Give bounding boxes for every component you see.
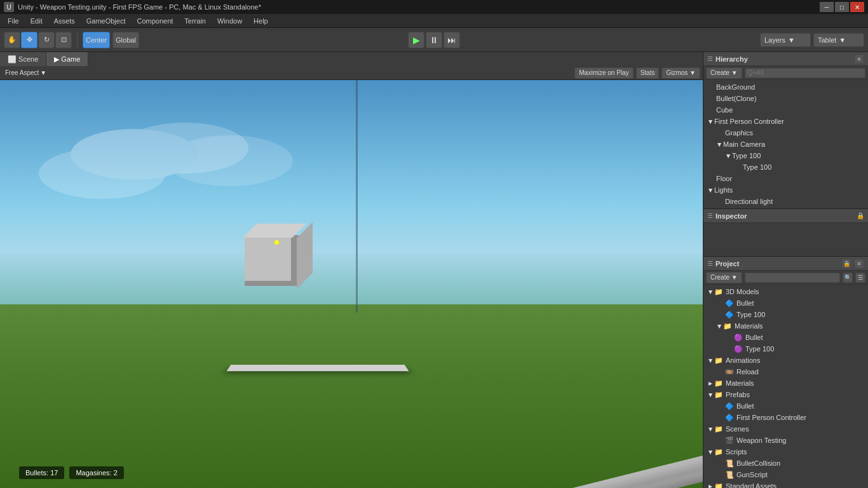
- hierarchy-item[interactable]: ▶Main Camera: [703, 139, 868, 150]
- rotate-tool[interactable]: ↻: [38, 32, 55, 48]
- menu-item-terrain[interactable]: Terrain: [179, 16, 211, 26]
- hierarchy-item[interactable]: ▶Lights: [703, 184, 868, 196]
- cube-object: [245, 235, 299, 286]
- project-item[interactable]: 📜BulletCollision: [703, 458, 868, 469]
- hierarchy-item[interactable]: Directional light: [703, 196, 868, 207]
- project-item[interactable]: ▶📁Scenes: [703, 423, 868, 435]
- menu-item-window[interactable]: Window: [212, 16, 247, 26]
- scene-icon: 🎬: [725, 437, 734, 445]
- project-item[interactable]: ▶📁Materials: [703, 320, 868, 332]
- folder-icon: 📁: [714, 425, 723, 433]
- free-aspect-dropdown-icon[interactable]: ▼: [40, 69, 46, 76]
- project-item[interactable]: 🔷Bullet: [703, 297, 868, 309]
- project-item[interactable]: 🎬Weapon Testing: [703, 435, 868, 446]
- project-create-label: Create ▼: [710, 274, 738, 281]
- step-button[interactable]: ⏭: [444, 32, 460, 48]
- hierarchy-item[interactable]: Bullet(Clone): [703, 93, 868, 104]
- project-item-name: BulletCollision: [736, 459, 780, 467]
- hierarchy-search-input[interactable]: [745, 68, 865, 78]
- folder-icon: 📁: [714, 379, 723, 388]
- center-button[interactable]: Center: [83, 32, 110, 48]
- minimize-button[interactable]: ─: [820, 2, 834, 12]
- project-item[interactable]: 🔷First Person Controller: [703, 412, 868, 423]
- project-title: Project: [715, 260, 839, 268]
- menu-item-file[interactable]: File: [3, 16, 24, 26]
- menu-bar: FileEditAssetsGameObjectComponentTerrain…: [0, 14, 868, 28]
- hierarchy-item[interactable]: ▶Type 100: [703, 150, 868, 161]
- hierarchy-item-name: Type 100: [732, 152, 761, 159]
- mat-icon: 🟣: [734, 345, 743, 353]
- project-header: ☰ Project 🔒 ≡: [703, 257, 868, 271]
- project-create-button[interactable]: Create ▼: [706, 272, 742, 283]
- project-item-name: Scenes: [726, 425, 749, 433]
- game-tab[interactable]: ▶ Game: [46, 52, 88, 66]
- project-item[interactable]: ▶📁Animations: [703, 355, 868, 366]
- project-search-button[interactable]: 🔍: [843, 273, 853, 283]
- project-item-name: Prefabs: [726, 391, 750, 398]
- project-item[interactable]: 🔷Bullet: [703, 400, 868, 412]
- project-item[interactable]: 🎞️Reload: [703, 366, 868, 377]
- hierarchy-item[interactable]: Floor: [703, 173, 868, 184]
- scene-tab[interactable]: ⬜ Scene: [0, 52, 46, 66]
- hierarchy-header: ☰ Hierarchy ≡: [703, 52, 868, 66]
- menu-item-edit[interactable]: Edit: [25, 16, 48, 26]
- project-item[interactable]: 🟣Type 100: [703, 343, 868, 355]
- layout-dropdown[interactable]: Tablet ▼: [813, 33, 864, 47]
- menu-item-help[interactable]: Help: [248, 16, 273, 26]
- scale-tool[interactable]: ⊡: [55, 32, 72, 48]
- close-button[interactable]: ✕: [850, 2, 864, 12]
- project-item[interactable]: 🔷Type 100: [703, 309, 868, 320]
- mesh-icon: 🔷: [725, 299, 734, 308]
- hierarchy-item-name: Bullet(Clone): [716, 95, 757, 102]
- pause-button[interactable]: ⏸: [426, 32, 442, 48]
- project-item[interactable]: ▶📁Scripts: [703, 446, 868, 458]
- mesh-icon: 🔷: [725, 414, 734, 422]
- hierarchy-options-button[interactable]: ≡: [854, 54, 864, 64]
- project-toolbar: Create ▼ 🔍 ☰: [703, 271, 868, 285]
- hierarchy-create-label: Create ▼: [710, 69, 738, 76]
- project-item[interactable]: ▶📁Materials: [703, 377, 868, 389]
- project-item[interactable]: ▶📁Prefabs: [703, 389, 868, 400]
- project-filter-button[interactable]: ☰: [855, 273, 865, 283]
- js-icon: 📜: [725, 459, 734, 468]
- project-options-button[interactable]: ≡: [854, 259, 864, 269]
- menu-item-assets[interactable]: Assets: [49, 16, 80, 26]
- scene-tabs: ⬜ Scene ▶ Game: [0, 52, 703, 66]
- stats-button[interactable]: Stats: [636, 67, 660, 79]
- hierarchy-item[interactable]: Cube: [703, 104, 868, 116]
- hierarchy-icon: ☰: [707, 55, 713, 62]
- project-item[interactable]: 📜GunScript: [703, 469, 868, 480]
- expand-arrow-icon: ▶: [708, 427, 714, 431]
- maximize-button[interactable]: □: [835, 2, 849, 12]
- folder-icon: 📁: [714, 448, 723, 456]
- gizmos-button[interactable]: Gizmos ▼: [661, 67, 700, 79]
- inspector-title: Inspector: [715, 212, 854, 220]
- platform-object: [226, 365, 409, 371]
- menu-item-component[interactable]: Component: [132, 16, 178, 26]
- project-item[interactable]: ▶📁Standard Assets: [703, 480, 868, 488]
- hierarchy-item[interactable]: Graphics: [703, 127, 868, 139]
- layers-dropdown[interactable]: Layers ▼: [760, 33, 811, 47]
- hierarchy-item[interactable]: Type 100: [703, 161, 868, 173]
- project-item[interactable]: ▶📁3D Models: [703, 286, 868, 297]
- move-tool[interactable]: ✥: [21, 32, 37, 48]
- hand-tool[interactable]: ✋: [4, 32, 20, 48]
- maximize-on-play-button[interactable]: Maximize on Play: [574, 67, 633, 79]
- hierarchy-item-name: BackGround: [716, 83, 755, 91]
- project-icon: ☰: [707, 260, 713, 267]
- expand-arrow-icon: ▶: [708, 393, 714, 396]
- hierarchy-item[interactable]: ▶First Person Controller: [703, 116, 868, 127]
- ground-plane: [0, 304, 703, 488]
- project-search-input[interactable]: [745, 273, 840, 283]
- project-item[interactable]: 🟣Bullet: [703, 332, 868, 343]
- play-button[interactable]: ▶: [408, 32, 424, 48]
- hierarchy-item[interactable]: BackGround: [703, 81, 868, 93]
- inspector-lock-icon[interactable]: 🔒: [857, 212, 864, 219]
- global-button[interactable]: Global: [112, 32, 139, 48]
- expand-arrow-icon: ▶: [708, 188, 714, 192]
- project-lock-button[interactable]: 🔒: [841, 259, 851, 269]
- expand-arrow-icon: ▶: [717, 324, 722, 328]
- hierarchy-create-button[interactable]: Create ▼: [706, 67, 742, 79]
- menu-item-gameobject[interactable]: GameObject: [81, 16, 131, 26]
- hierarchy-item-name: Main Camera: [723, 140, 765, 148]
